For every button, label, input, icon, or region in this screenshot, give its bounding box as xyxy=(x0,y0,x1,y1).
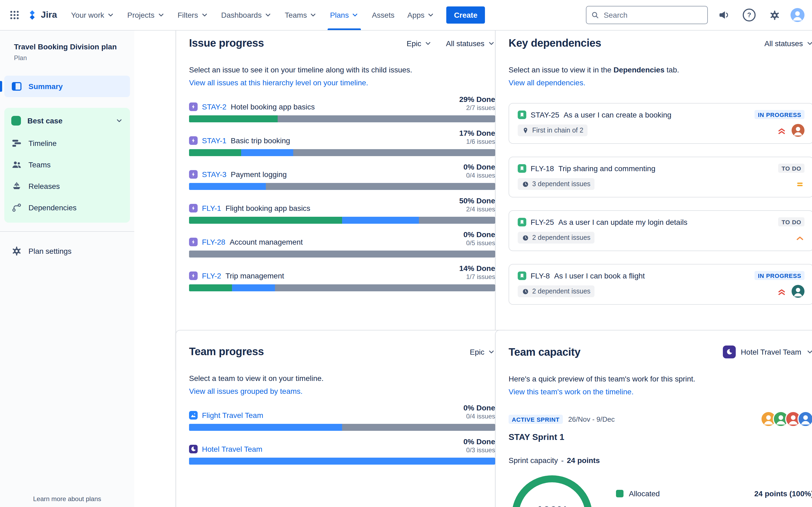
nav-item-filters[interactable]: Filters xyxy=(171,0,214,30)
issue-count: 0/4 issues xyxy=(463,172,495,179)
done-percent: 17% Done xyxy=(459,129,495,137)
priority-medium-icon xyxy=(795,179,805,188)
dependency-item[interactable]: FLY-8 As I user I can book a flight IN P… xyxy=(509,264,812,305)
issue-row[interactable]: STAY-1 Basic trip booking 17% Done 1/6 i… xyxy=(189,129,495,156)
issue-row[interactable]: FLY-2 Trip management 14% Done 1/7 issue… xyxy=(189,265,495,291)
team-selector-dropdown[interactable]: Hotel Travel Team xyxy=(723,345,812,358)
team-progress-card: Team progress Epic Select a team to view… xyxy=(175,330,509,507)
issue-row[interactable]: FLY-28 Account management 0% Done 0/5 is… xyxy=(189,231,495,258)
dependency-item[interactable]: FLY-18 Trip sharing and commenting TO DO… xyxy=(509,157,812,198)
app-switcher-button[interactable] xyxy=(5,6,23,24)
sidebar-item-dependencies[interactable]: Dependencies xyxy=(4,197,130,218)
progress-segment-todo xyxy=(189,250,495,258)
chevron-down-icon xyxy=(310,11,317,19)
profile-avatar[interactable] xyxy=(791,8,805,22)
jira-logo-text: Jira xyxy=(41,10,57,20)
settings-button[interactable] xyxy=(765,6,783,24)
chevron-down-icon xyxy=(107,11,114,19)
hotel-team-icon xyxy=(723,345,736,358)
chevron-down-icon xyxy=(264,11,272,19)
priority-highest-icon xyxy=(777,126,786,135)
story-icon xyxy=(518,271,526,280)
plan-type-label: Plan xyxy=(14,54,120,62)
issue-summary: Trip sharing and commenting xyxy=(558,164,655,172)
done-percent: 0% Done xyxy=(463,163,495,171)
nav-item-apps[interactable]: Apps xyxy=(401,0,441,30)
badge-label: First in chain of 2 xyxy=(532,127,583,134)
progress-segment-inprogress xyxy=(189,183,265,190)
dependency-item[interactable]: STAY-25 As a user I can create a booking… xyxy=(509,103,812,144)
issue-key-link[interactable]: FLY-2 xyxy=(202,272,221,280)
allocation-percent: 100% xyxy=(536,504,568,507)
sidebar-item-plan-settings[interactable]: Plan settings xyxy=(4,240,130,262)
nav-item-teams[interactable]: Teams xyxy=(278,0,323,30)
help-button[interactable]: ? xyxy=(740,6,758,24)
issue-row[interactable]: STAY-2 Hotel booking app basics 29% Done… xyxy=(189,96,495,122)
sidebar-divider xyxy=(0,231,134,232)
clock-icon xyxy=(522,234,529,241)
progress-bar xyxy=(189,284,495,291)
card-description: Select an issue to see it on your timeli… xyxy=(189,65,495,74)
search-icon xyxy=(591,11,599,19)
learn-more-link[interactable]: Learn more about plans xyxy=(0,495,134,503)
sidebar-item-teams[interactable]: Teams xyxy=(4,154,130,175)
team-row[interactable]: Hotel Travel Team 0% Done 0/3 issues xyxy=(189,438,495,465)
flight-team-icon xyxy=(189,411,198,419)
status-filter-dropdown[interactable]: All statuses xyxy=(446,39,495,48)
card-description: Select an issue to view it in the Depend… xyxy=(509,65,812,74)
team-row[interactable]: Flight Travel Team 0% Done 0/4 issues xyxy=(189,404,495,431)
done-percent: 14% Done xyxy=(459,265,495,273)
sidebar-item-releases[interactable]: Releases xyxy=(4,175,130,197)
nav-item-plans[interactable]: Plans xyxy=(323,0,365,30)
issue-row[interactable]: FLY-1 Flight booking app basics 50% Done… xyxy=(189,197,495,224)
dependency-item[interactable]: FLY-25 As a user I can update my login d… xyxy=(509,210,812,251)
create-button[interactable]: Create xyxy=(447,6,485,23)
team-name-link[interactable]: Flight Travel Team xyxy=(202,411,263,419)
sidebar-item-label: Dependencies xyxy=(29,203,77,212)
issue-key-link[interactable]: FLY-28 xyxy=(202,238,225,246)
clock-icon xyxy=(522,288,529,295)
sidebar-item-label: Summary xyxy=(29,82,63,91)
scenario-selector[interactable]: Best case xyxy=(4,109,130,132)
issue-key-link[interactable]: STAY-1 xyxy=(202,136,226,145)
issue-row[interactable]: STAY-3 Payment logging 0% Done 0/4 issue… xyxy=(189,163,495,190)
card-description: Here's a quick preview of this team's wo… xyxy=(509,375,812,384)
issue-count: 1/7 issues xyxy=(459,274,495,281)
epic-icon xyxy=(189,103,198,111)
search-input[interactable] xyxy=(603,10,702,20)
badge-label: 3 dependent issues xyxy=(532,180,591,188)
progress-segment-todo xyxy=(293,149,495,156)
hierarchy-filter-dropdown[interactable]: Epic xyxy=(407,39,432,48)
nav-item-assets[interactable]: Assets xyxy=(365,0,401,30)
scenario-label: Best case xyxy=(28,116,62,125)
progress-segment-todo xyxy=(275,284,495,291)
nav-item-projects[interactable]: Projects xyxy=(121,0,171,30)
jira-logo[interactable]: Jira xyxy=(27,10,57,20)
capacity-separator: - xyxy=(561,456,564,465)
sidebar-item-summary[interactable]: Summary xyxy=(4,76,130,97)
dependency-list: STAY-25 As a user I can create a booking… xyxy=(509,103,812,305)
nav-item-dashboards[interactable]: Dashboards xyxy=(214,0,278,30)
view-all-dependencies-link[interactable]: View all dependencies. xyxy=(509,78,586,87)
story-icon xyxy=(518,218,526,226)
status-filter-dropdown[interactable]: All statuses xyxy=(764,39,812,48)
team-name-link[interactable]: Hotel Travel Team xyxy=(202,445,262,453)
progress-segment-inprogress xyxy=(189,424,342,431)
hierarchy-filter-dropdown[interactable]: Epic xyxy=(470,347,495,356)
view-issues-by-team-link[interactable]: View all issues grouped by teams. xyxy=(189,387,303,395)
issue-key-link[interactable]: FLY-1 xyxy=(202,204,221,213)
issue-count: 1/6 issues xyxy=(459,138,495,146)
issue-key-link[interactable]: STAY-3 xyxy=(202,170,226,179)
sidebar-item-timeline[interactable]: Timeline xyxy=(4,132,130,154)
person-icon xyxy=(791,8,805,22)
view-all-issues-link[interactable]: View all issues at this hierarchy level … xyxy=(189,78,368,87)
nav-item-your-work[interactable]: Your work xyxy=(65,0,121,30)
plan-sidebar: Travel Booking Division plan Plan Summar… xyxy=(0,30,135,507)
ship-icon xyxy=(11,181,22,191)
hotel-team-icon xyxy=(189,445,198,453)
issue-key: FLY-18 xyxy=(530,164,554,172)
issue-key-link[interactable]: STAY-2 xyxy=(202,103,226,111)
card-description: Select a team to view it on your timelin… xyxy=(189,374,495,383)
announcements-button[interactable] xyxy=(715,6,733,24)
view-team-timeline-link[interactable]: View this team's work on the timeline. xyxy=(509,387,634,396)
